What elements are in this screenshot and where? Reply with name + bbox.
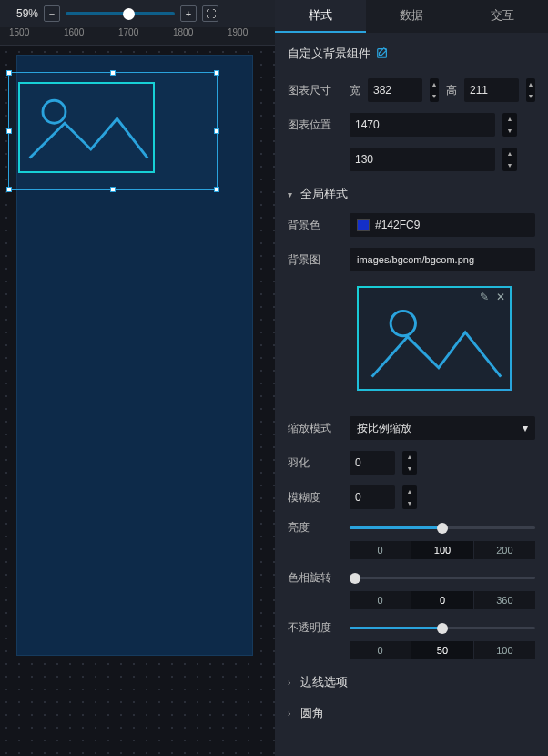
tab-data[interactable]: 数据 — [366, 0, 457, 33]
hue-row: 色相旋转 0 0 360 — [275, 565, 548, 615]
bgcolor-picker[interactable]: #142FC9 — [350, 213, 535, 237]
section-border-label: 边线选项 — [300, 674, 348, 690]
svg-point-2 — [391, 311, 415, 335]
chevron-down-icon: ▾ — [288, 189, 297, 199]
position-row-x: 图表位置 ▲▼ — [275, 107, 548, 142]
resize-handle-n[interactable] — [110, 70, 116, 76]
position-row-y: ▲▼ — [275, 142, 548, 177]
section-global-style[interactable]: ▾ 全局样式 — [275, 177, 548, 208]
component-title-row: 自定义背景组件 — [275, 42, 548, 73]
bgcolor-row: 背景色 #142FC9 — [275, 208, 548, 242]
feather-label: 羽化 — [288, 455, 342, 471]
selected-component[interactable] — [8, 72, 218, 190]
section-radius-label: 圆角 — [300, 705, 324, 721]
feather-input[interactable] — [350, 451, 395, 475]
hue-slider[interactable] — [350, 577, 535, 579]
resize-handle-ne[interactable] — [214, 70, 219, 76]
size-row: 图表尺寸 宽 ▲▼ 高 ▲▼ — [275, 73, 548, 107]
bgcolor-value: #142FC9 — [375, 219, 420, 231]
hue-label: 色相旋转 — [288, 570, 342, 586]
component-title: 自定义背景组件 — [288, 46, 370, 62]
bgimg-row: 背景图 images/bgcom/bgcom.png — [275, 242, 548, 277]
width-input[interactable] — [368, 78, 422, 102]
tab-interaction[interactable]: 交互 — [457, 0, 548, 33]
feather-spinner[interactable]: ▲▼ — [402, 451, 417, 475]
opacity-label: 不透明度 — [288, 620, 342, 636]
zoom-slider[interactable] — [66, 12, 175, 15]
height-spinner[interactable]: ▲▼ — [526, 78, 535, 102]
blur-input[interactable] — [350, 485, 395, 509]
opacity-row: 不透明度 0 50 100 — [275, 615, 548, 665]
opacity-value: 50 — [411, 641, 473, 659]
height-label: 高 — [446, 83, 457, 98]
scale-mode-select[interactable]: 按比例缩放 ▾ — [350, 416, 535, 440]
svg-point-0 — [43, 100, 66, 123]
opacity-max: 100 — [474, 641, 535, 659]
caret-down-icon: ▾ — [523, 422, 528, 434]
blur-spinner[interactable]: ▲▼ — [402, 485, 417, 509]
bgimg-value: images/bgcom/bgcom.png — [357, 254, 474, 265]
hue-value: 0 — [411, 591, 473, 609]
hue-min: 0 — [350, 591, 411, 609]
position-x-input[interactable] — [350, 113, 495, 137]
position-y-spinner[interactable]: ▲▼ — [502, 148, 517, 171]
bgimg-label: 背景图 — [288, 252, 342, 268]
size-label: 图表尺寸 — [288, 83, 342, 98]
zoom-fit-button[interactable]: ⛶ — [202, 5, 218, 22]
resize-handle-w[interactable] — [6, 128, 12, 134]
opacity-min: 0 — [350, 641, 411, 659]
width-label: 宽 — [350, 83, 360, 98]
height-input[interactable] — [464, 78, 519, 102]
feather-row: 羽化 ▲▼ — [275, 445, 548, 480]
resize-handle-s[interactable] — [110, 187, 116, 192]
section-radius[interactable]: › 圆角 — [275, 696, 548, 727]
preview-edit-icon[interactable]: ✎ — [478, 291, 491, 303]
canvas-area[interactable] — [0, 46, 275, 756]
position-x-spinner[interactable]: ▲▼ — [502, 113, 517, 137]
image-placeholder-icon — [18, 82, 155, 173]
zoom-out-button[interactable]: − — [44, 5, 60, 22]
zoom-in-button[interactable]: + — [180, 5, 197, 22]
bgimg-preview[interactable]: ✎ ✕ — [357, 286, 512, 391]
zoom-toolbar: 59% − + ⛶ — [0, 0, 275, 27]
panel-body: 自定义背景组件 图表尺寸 宽 ▲▼ 高 ▲▼ 图表位置 ▲▼ ▲▼ — [275, 33, 548, 756]
edit-title-icon[interactable] — [376, 46, 389, 62]
resize-handle-e[interactable] — [214, 128, 219, 134]
brightness-slider[interactable] — [350, 526, 535, 529]
scale-row: 缩放模式 按比例缩放 ▾ — [275, 411, 548, 445]
brightness-max: 200 — [474, 541, 535, 559]
hue-max: 360 — [474, 591, 535, 609]
chevron-right-icon: › — [288, 678, 297, 688]
position-y-input[interactable] — [350, 148, 495, 171]
zoom-percent: 59% — [5, 7, 38, 20]
brightness-label: 亮度 — [288, 520, 342, 536]
chevron-right-icon: › — [288, 709, 297, 719]
tab-style[interactable]: 样式 — [275, 0, 366, 33]
resize-handle-sw[interactable] — [6, 187, 12, 192]
resize-handle-se[interactable] — [214, 187, 219, 192]
position-label: 图表位置 — [288, 117, 342, 133]
bgcolor-swatch — [357, 219, 370, 231]
bgcolor-label: 背景色 — [288, 218, 342, 233]
opacity-slider[interactable] — [350, 627, 535, 629]
width-spinner[interactable]: ▲▼ — [430, 78, 439, 102]
artboard[interactable] — [16, 55, 253, 656]
scale-label: 缩放模式 — [288, 421, 342, 436]
properties-panel: 样式 数据 交互 自定义背景组件 图表尺寸 宽 ▲▼ 高 ▲▼ 图表位置 ▲▼ — [275, 0, 548, 756]
blur-label: 模糊度 — [288, 490, 342, 506]
section-border[interactable]: › 边线选项 — [275, 665, 548, 696]
brightness-row: 亮度 0 100 200 — [275, 515, 548, 565]
blur-row: 模糊度 ▲▼ — [275, 480, 548, 515]
bgimg-path-input[interactable]: images/bgcom/bgcom.png — [350, 248, 535, 271]
resize-handle-nw[interactable] — [6, 70, 12, 76]
scale-value: 按比例缩放 — [357, 421, 411, 436]
brightness-value: 100 — [411, 541, 473, 559]
ruler-horizontal: 1500 1600 1700 1800 1900 — [0, 27, 275, 46]
preview-remove-icon[interactable]: ✕ — [494, 291, 507, 303]
section-global-label: 全局样式 — [300, 186, 348, 202]
brightness-min: 0 — [350, 541, 411, 559]
panel-tabs: 样式 数据 交互 — [275, 0, 548, 33]
canvas-pane: 59% − + ⛶ 1500 1600 1700 1800 1900 — [0, 0, 275, 756]
